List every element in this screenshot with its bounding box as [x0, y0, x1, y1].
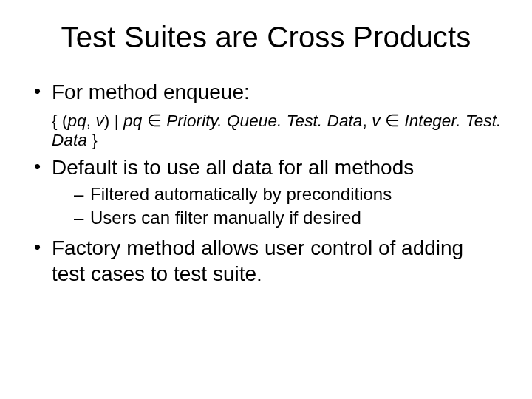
set-var-pq: pq — [68, 112, 86, 130]
sub-bullet-list: Filtered automatically by preconditions … — [52, 183, 502, 229]
set-in1: ∈ — [147, 112, 166, 130]
bullet-item-1: For method enqueue: — [33, 79, 502, 105]
bullet2-text: Default is to use all data for all metho… — [52, 156, 414, 179]
set-expression: { (pq, v) | pq ∈ Priority. Queue. Test. … — [33, 111, 502, 150]
set-in2: ∈ — [385, 112, 404, 130]
bullet1-prefix: For method — [52, 81, 163, 103]
bullet-item-2: Default is to use all data for all metho… — [33, 154, 502, 229]
sub-bullet-2: Users can filter manually if desired — [74, 207, 502, 229]
bullet3-text: Factory method allows user control of ad… — [52, 236, 463, 285]
set-end: } — [87, 131, 98, 149]
sub-bullet-2-text: Users can filter manually if desired — [90, 208, 361, 228]
set-v2: v — [372, 112, 385, 130]
sub-bullet-1-text: Filtered automatically by preconditions — [90, 184, 392, 204]
set-open: { ( — [52, 112, 68, 130]
set-pq2: pq — [123, 112, 147, 130]
set-comma1: , — [86, 112, 96, 130]
set-var-v: v — [96, 112, 104, 130]
set-bar: | — [115, 112, 123, 130]
sub-bullet-1: Filtered automatically by preconditions — [74, 183, 502, 205]
bullet1-method: enqueue — [163, 81, 244, 103]
bullet-item-3: Factory method allows user control of ad… — [33, 235, 502, 287]
set-close-pair: ) — [104, 112, 115, 130]
bullet1-suffix: : — [244, 81, 250, 103]
set-comma2: , — [362, 112, 372, 130]
bullet-list: For method enqueue: { (pq, v) | pq ∈ Pri… — [30, 79, 502, 287]
set-class1: Priority. Queue. Test. Data — [166, 112, 362, 130]
slide-title: Test Suites are Cross Products — [30, 21, 502, 54]
slide: Test Suites are Cross Products For metho… — [0, 0, 532, 399]
